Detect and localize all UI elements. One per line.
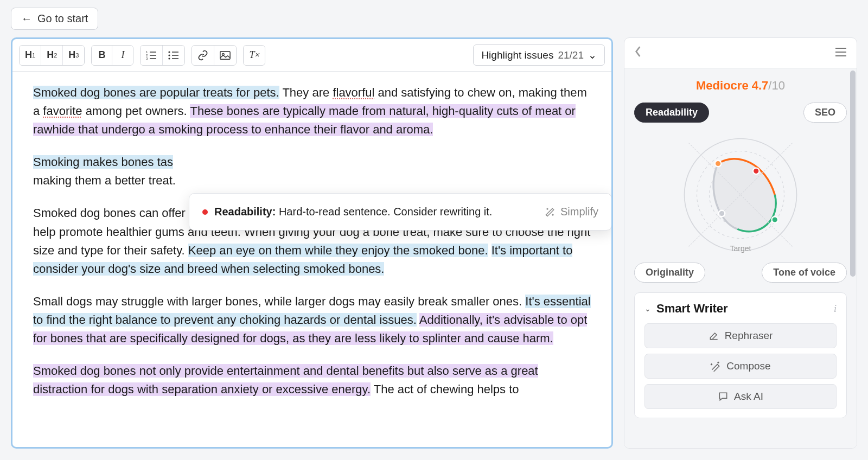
svg-point-22 [753, 168, 760, 175]
go-to-start-button[interactable]: ← Go to start [11, 8, 98, 30]
highlighted-text[interactable]: Keep an eye on them while they enjoy the… [188, 244, 488, 257]
collapse-icon[interactable]: ⌄ [644, 304, 651, 313]
severity-dot-icon [202, 209, 208, 215]
info-icon[interactable]: i [834, 303, 837, 315]
panel-back-button[interactable] [634, 46, 642, 61]
highlight-issues-dropdown[interactable]: Highlight issues 21/21 ⌄ [473, 44, 605, 66]
edit-icon [709, 330, 719, 341]
spelling-flag[interactable]: favorite [43, 104, 82, 118]
svg-point-9 [169, 51, 170, 53]
simplify-button[interactable]: Simplify [544, 203, 598, 220]
unordered-list-button[interactable] [163, 46, 184, 65]
editor-panel: H1 H2 H3 B I 123 [11, 37, 613, 449]
svg-rect-12 [220, 51, 230, 59]
compose-button[interactable]: Compose [644, 354, 837, 379]
ask-ai-button[interactable]: Ask AI [644, 384, 837, 409]
chevron-down-icon: ⌄ [588, 49, 597, 61]
image-button[interactable] [214, 46, 236, 65]
tooltip-text: Readability: Hard-to-read sentence. Cons… [214, 203, 492, 220]
highlighted-text[interactable]: Smoking makes bones tas [33, 155, 173, 169]
clear-formatting-button[interactable]: T✕ [244, 46, 265, 65]
svg-point-23 [772, 216, 778, 223]
insights-panel: Mediocre 4.7/10 Readability SEO [624, 37, 857, 449]
link-button[interactable] [192, 46, 214, 65]
editor-toolbar: H1 H2 H3 B I 123 [12, 39, 611, 72]
rephraser-button[interactable]: Rephraser [644, 323, 837, 348]
compose-icon [710, 361, 721, 372]
tab-tone-of-voice[interactable]: Tone of voice [762, 263, 847, 283]
arrow-left-icon: ← [21, 12, 32, 25]
highlight-issues-label: Highlight issues [481, 49, 553, 61]
tab-seo[interactable]: SEO [803, 103, 847, 123]
tab-readability[interactable]: Readability [634, 103, 709, 123]
panel-scrollbar[interactable] [850, 71, 856, 277]
heading-1-button[interactable]: H1 [20, 46, 41, 65]
svg-point-21 [715, 161, 722, 167]
radar-chart: Target [634, 127, 847, 263]
panel-menu-button[interactable] [835, 46, 847, 60]
smart-writer-card: ⌄ Smart Writer i Rephraser Compose Ask A… [634, 292, 847, 418]
radar-target-label: Target [730, 244, 751, 253]
highlight-issues-count: 21/21 [558, 49, 584, 61]
svg-point-11 [169, 58, 170, 59]
smart-writer-title: Smart Writer [656, 302, 828, 316]
heading-3-button[interactable]: H3 [63, 46, 84, 65]
ordered-list-button[interactable]: 123 [141, 46, 163, 65]
highlighted-text[interactable]: Smoked dog bones are popular treats for … [33, 86, 279, 99]
overall-score: Mediocre 4.7/10 [634, 79, 847, 93]
heading-2-button[interactable]: H2 [41, 46, 63, 65]
tab-originality[interactable]: Originality [634, 263, 705, 283]
italic-button[interactable]: I [112, 46, 133, 65]
go-to-start-label: Go to start [37, 12, 88, 25]
spelling-flag[interactable]: flavorful [333, 86, 374, 99]
editor-textarea[interactable]: Smoked dog bones are popular treats for … [12, 72, 611, 425]
svg-text:3: 3 [146, 57, 148, 60]
issue-tooltip: Readability: Hard-to-read sentence. Cons… [189, 193, 611, 231]
wand-icon [544, 207, 556, 218]
bold-button[interactable]: B [92, 46, 112, 65]
chat-icon [718, 391, 729, 402]
svg-point-10 [169, 54, 170, 56]
